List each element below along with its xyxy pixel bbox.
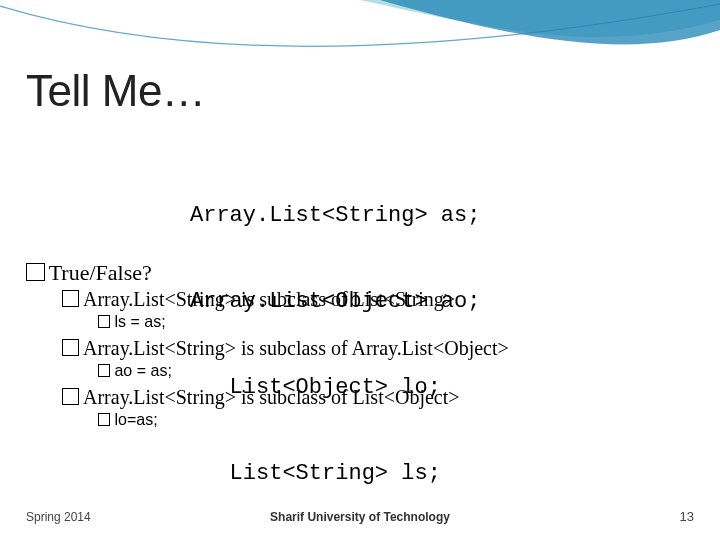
example-text: ao = as; — [114, 362, 171, 379]
example-item: lo=as; — [98, 411, 694, 429]
claim-text: Array.List<String> is subclass of List<O… — [83, 386, 460, 408]
example-item: ls = as; — [98, 313, 694, 331]
footer-center: Sharif University of Technology — [0, 510, 720, 524]
example-item: ao = as; — [98, 362, 694, 380]
body-content: True/False? Array.List<String> is subcla… — [26, 258, 694, 435]
claim-item: Array.List<String> is subclass of List<O… — [62, 386, 694, 409]
bullet-box-icon — [26, 263, 45, 282]
claim-item: Array.List<String> is subclass of List<S… — [62, 288, 694, 311]
claim-text: Array.List<String> is subclass of List<S… — [83, 288, 455, 310]
page-number: 13 — [680, 509, 694, 524]
bullet-box-icon — [98, 413, 110, 425]
bullet-box-icon — [98, 315, 110, 327]
example-text: lo=as; — [114, 411, 157, 428]
true-false-label: True/False? — [49, 260, 152, 285]
claim-text: Array.List<String> is subclass of Array.… — [83, 337, 509, 359]
slide-title: Tell Me… — [26, 66, 205, 116]
bullet-box-icon — [62, 339, 79, 356]
bullet-box-icon — [62, 290, 79, 307]
true-false-heading: True/False? — [26, 260, 694, 286]
code-line: List<String> ls; — [190, 460, 480, 489]
bullet-box-icon — [62, 388, 79, 405]
bullet-box-icon — [98, 364, 110, 376]
claim-item: Array.List<String> is subclass of Array.… — [62, 337, 694, 360]
code-line: Array.List<String> as; — [190, 202, 480, 231]
example-text: ls = as; — [114, 313, 165, 330]
